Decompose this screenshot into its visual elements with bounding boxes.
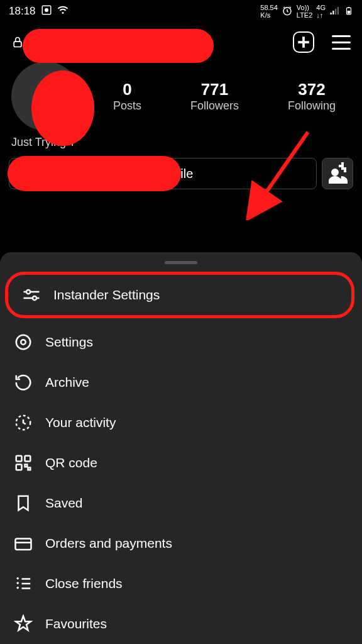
- svg-rect-26: [16, 539, 31, 550]
- discover-people-button[interactable]: [322, 158, 353, 189]
- volte-indicator: Vo)) LTE2: [297, 4, 312, 19]
- archive-icon: [14, 373, 33, 392]
- qr-icon: [14, 453, 33, 472]
- menu-label: Settings: [45, 335, 93, 350]
- menu-item-instander-settings[interactable]: Instander Settings: [8, 275, 351, 315]
- settings-drawer: Instander Settings Settings Archive Your…: [0, 252, 362, 644]
- svg-rect-8: [348, 7, 349, 8]
- card-icon: [14, 534, 33, 553]
- gear-icon: [14, 333, 33, 352]
- signal-icon: [329, 5, 341, 18]
- svg-rect-10: [14, 42, 21, 47]
- hamburger-menu-button[interactable]: [332, 35, 351, 50]
- status-bar: 18:18 58.54 K/s Vo)) LTE2 4G ↓↑: [0, 0, 362, 23]
- network-type: 4G ↓↑: [316, 4, 326, 19]
- svg-rect-25: [28, 468, 31, 470]
- following-stat[interactable]: 372 Following: [288, 80, 336, 113]
- alarm-icon: [282, 5, 293, 18]
- sliders-icon: [22, 286, 41, 304]
- activity-icon: [14, 413, 33, 432]
- create-button[interactable]: [293, 31, 314, 53]
- status-left: 18:18: [9, 4, 69, 19]
- lock-icon: [11, 36, 24, 48]
- menu-item-saved[interactable]: Saved: [0, 483, 362, 523]
- menu-item-close-friends[interactable]: Close friends: [0, 564, 362, 604]
- svg-rect-23: [16, 465, 22, 470]
- svg-rect-21: [16, 456, 22, 462]
- svg-point-1: [45, 8, 48, 12]
- menu-item-qr-code[interactable]: QR code: [0, 443, 362, 483]
- wifi-icon: [57, 4, 69, 19]
- svg-rect-22: [25, 456, 31, 462]
- menu-item-your-activity[interactable]: Your activity: [0, 402, 362, 443]
- svg-rect-5: [335, 9, 336, 14]
- svg-point-12: [26, 290, 30, 294]
- menu-item-orders-payments[interactable]: Orders and payments: [0, 523, 362, 564]
- status-right: 58.54 K/s Vo)) LTE2 4G ↓↑: [260, 4, 353, 19]
- svg-rect-4: [332, 11, 334, 14]
- svg-rect-24: [25, 465, 28, 467]
- status-time: 18:18: [9, 5, 36, 18]
- menu-label: Close friends: [45, 576, 123, 591]
- menu-label: Orders and payments: [45, 536, 172, 551]
- network-speed: 58.54 K/s: [260, 4, 278, 19]
- username-area[interactable]: [11, 36, 24, 48]
- bookmark-icon: [14, 494, 33, 513]
- svg-point-19: [21, 340, 26, 345]
- battery-icon: [344, 5, 353, 18]
- svg-rect-6: [337, 7, 339, 14]
- menu-label: Archive: [45, 375, 89, 390]
- highlight-annotation: Instander Settings: [5, 272, 354, 318]
- star-icon: [14, 614, 33, 633]
- menu-label: Saved: [45, 496, 83, 511]
- menu-item-archive[interactable]: Archive: [0, 362, 362, 402]
- menu-label: Instander Settings: [53, 287, 160, 303]
- menu-item-settings[interactable]: Settings: [0, 322, 362, 362]
- list-stars-icon: [14, 574, 33, 593]
- menu-item-favourites[interactable]: Favourites: [0, 604, 362, 644]
- redaction-mark: [31, 70, 94, 146]
- posts-stat[interactable]: 0 Posts: [113, 80, 141, 113]
- menu-label: QR code: [45, 455, 97, 470]
- svg-point-15: [33, 296, 36, 300]
- drawer-handle[interactable]: [165, 261, 197, 264]
- screenshot-icon: [41, 4, 52, 19]
- followers-stat[interactable]: 771 Followers: [190, 80, 239, 113]
- svg-rect-9: [348, 11, 351, 14]
- redaction-mark: [23, 29, 214, 63]
- redaction-mark: [8, 156, 181, 191]
- svg-rect-3: [331, 13, 332, 14]
- menu-label: Favourites: [45, 616, 107, 631]
- menu-label: Your activity: [45, 415, 116, 430]
- svg-point-18: [16, 335, 31, 350]
